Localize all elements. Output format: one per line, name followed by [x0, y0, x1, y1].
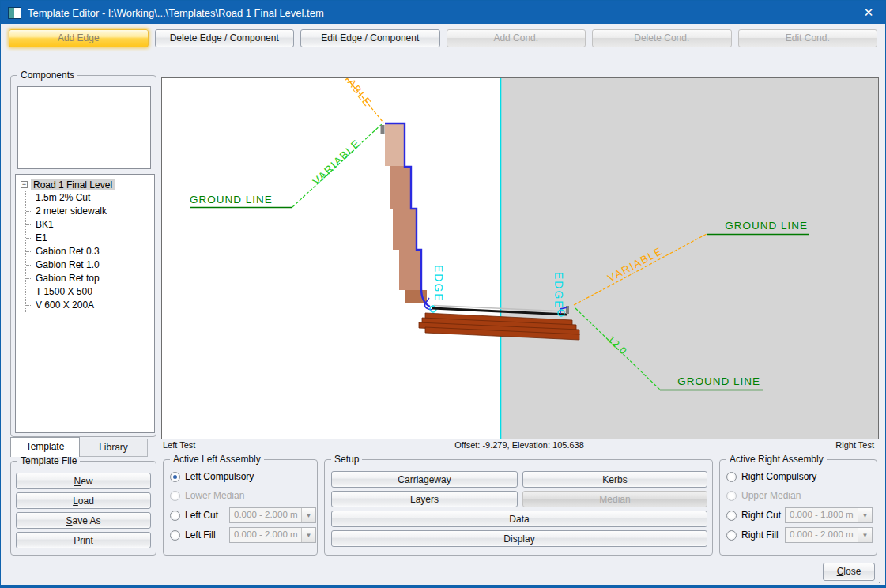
tree-item[interactable]: V 600 X 200A — [26, 299, 154, 312]
print-button[interactable]: Print — [16, 532, 151, 548]
window-close-icon[interactable]: ✕ — [852, 1, 885, 24]
left-cut-range-combo[interactable]: 0.000 - 2.000 m ▼ — [229, 507, 316, 523]
right-cut-range-value: 0.000 - 1.800 m — [786, 508, 858, 522]
left-cut-label[interactable]: Left Cut — [185, 510, 218, 521]
data-button[interactable]: Data — [331, 511, 707, 527]
dropdown-arrow-icon[interactable]: ▼ — [858, 528, 872, 542]
left-fill-range-combo[interactable]: 0.000 - 2.000 m ▼ — [229, 527, 316, 543]
active-right-assembly-label: Active Right Assembly — [726, 454, 827, 465]
setup-group-label: Setup — [331, 454, 362, 465]
left-compulsory-label[interactable]: Left Compulsory — [185, 471, 254, 482]
right-cut-range-combo[interactable]: 0.000 - 1.800 m ▼ — [785, 507, 873, 523]
left-cut-range-value: 0.000 - 2.000 m — [230, 508, 301, 522]
tab-library[interactable]: Library — [80, 439, 148, 457]
tree-item[interactable]: T 1500 X 500 — [26, 285, 154, 299]
components-group-label: Components — [17, 70, 77, 81]
node-tick — [381, 125, 385, 134]
upper-median-label: Upper Median — [741, 490, 801, 501]
tree-item[interactable]: BK1 — [26, 218, 154, 232]
right-compulsory-label[interactable]: Right Compulsory — [741, 471, 816, 482]
app-icon — [8, 7, 21, 19]
layers-button[interactable]: Layers — [331, 491, 518, 507]
resize-grip[interactable] — [879, 582, 880, 583]
edit-cond-button: Edit Cond. — [738, 29, 878, 47]
components-tree[interactable]: − Road 1 Final Level 1.5m 2% Cut 2 meter… — [15, 174, 155, 433]
title-bar: Template Editor - I:\Working\...\Templat… — [1, 1, 885, 24]
right-cut-label[interactable]: Right Cut — [741, 510, 781, 521]
cross-section-drawing: GROUND LINE VARIABLE VARIABLE EDGE — [162, 78, 878, 439]
tree-item[interactable]: Gabion Ret top — [26, 272, 154, 285]
median-button: Median — [522, 491, 707, 507]
tree-root-row[interactable]: − Road 1 Final Level — [19, 178, 154, 191]
template-drawing-canvas[interactable]: GROUND LINE VARIABLE VARIABLE EDGE — [161, 77, 879, 439]
dropdown-arrow-icon[interactable]: ▼ — [301, 528, 315, 542]
tab-template[interactable]: Template — [10, 437, 80, 457]
lower-median-label: Lower Median — [185, 490, 244, 501]
right-fill-range-combo[interactable]: 0.000 - 2.000 m ▼ — [785, 527, 873, 543]
gabion-block — [385, 124, 405, 166]
right-fill-radio[interactable] — [726, 530, 737, 541]
delete-cond-button: Delete Cond. — [592, 29, 732, 47]
right-cut-radio[interactable] — [726, 511, 737, 521]
tree-expander-icon[interactable]: − — [21, 181, 28, 188]
left-compulsory-radio[interactable] — [170, 472, 180, 482]
right-fill-label[interactable]: Right Fill — [741, 530, 779, 541]
add-edge-button[interactable]: Add Edge — [9, 29, 149, 47]
left-fill-label[interactable]: Left Fill — [185, 530, 216, 541]
ground-line-label-right-upper: GROUND LINE — [725, 220, 808, 232]
tree-item[interactable]: Gabion Ret 1.0 — [26, 258, 154, 272]
right-compulsory-radio[interactable] — [726, 472, 737, 482]
left-fill-range-value: 0.000 - 2.000 m — [230, 528, 301, 542]
variable-label-left: VARIABLE — [311, 137, 363, 187]
template-file-group-label: Template File — [17, 455, 80, 466]
lower-median-radio — [170, 491, 180, 501]
tree-item[interactable]: E1 — [26, 232, 154, 245]
components-listbox[interactable] — [17, 86, 151, 169]
new-button[interactable]: New — [16, 473, 151, 489]
ground-line-label-right-lower: GROUND LINE — [677, 375, 760, 387]
window-title: Template Editor - I:\Working\...\Templat… — [28, 7, 852, 19]
active-left-assembly-group: Active Left Assembly Left Compulsory Low… — [163, 459, 318, 556]
add-cond-button: Add Cond. — [447, 29, 586, 47]
kerbs-button[interactable]: Kerbs — [522, 471, 707, 488]
dropdown-arrow-icon[interactable]: ▼ — [858, 508, 872, 522]
close-button[interactable]: Close — [823, 563, 875, 581]
template-editor-window: Template Editor - I:\Working\...\Templat… — [0, 0, 886, 588]
carriageway-button[interactable]: Carriageway — [331, 471, 518, 488]
tree-item[interactable]: 2 meter sidewalk — [26, 205, 154, 218]
tree-children: 1.5m 2% Cut 2 meter sidewalk BK1 E1 Gabi… — [25, 191, 154, 312]
left-cut-radio[interactable] — [170, 511, 180, 521]
display-button[interactable]: Display — [331, 530, 707, 547]
template-file-group: Template File New Load Save As Print — [10, 461, 156, 556]
right-fill-range-value: 0.000 - 2.000 m — [786, 528, 858, 542]
toolbar: Add Edge Delete Edge / Component Edit Ed… — [1, 29, 885, 49]
gabion-block — [390, 166, 411, 209]
tree-item[interactable]: Gabion Ret 0.3 — [26, 245, 154, 258]
components-group: Components − Road 1 Final Level 1.5m 2% … — [10, 75, 156, 437]
upper-median-radio — [726, 491, 737, 501]
active-left-assembly-label: Active Left Assembly — [170, 454, 264, 465]
variable-label-top: VARIABLE — [328, 78, 375, 109]
gabion-block — [393, 209, 417, 250]
edit-edge-component-button[interactable]: Edit Edge / Component — [300, 29, 440, 47]
edge-label-right: EDGE — [552, 272, 565, 310]
tree-item[interactable]: 1.5m 2% Cut — [26, 191, 154, 205]
left-fill-radio[interactable] — [170, 530, 180, 541]
save-as-button[interactable]: Save As — [16, 512, 151, 529]
gabion-block — [399, 250, 421, 290]
status-offset-elevation: Offset: -9.279, Elevation: 105.638 — [161, 440, 877, 450]
load-button[interactable]: Load — [16, 492, 151, 509]
ground-line-label-left: GROUND LINE — [190, 194, 273, 205]
setup-group: Setup Carriageway Kerbs Layers Median Da… — [324, 459, 713, 556]
status-right-test: Right Test — [835, 440, 874, 450]
active-right-assembly-group: Active Right Assembly Right Compulsory U… — [719, 459, 877, 556]
dropdown-arrow-icon[interactable]: ▼ — [301, 508, 315, 522]
edge-label-left: EDGE — [432, 265, 445, 303]
delete-edge-component-button[interactable]: Delete Edge / Component — [155, 29, 295, 47]
tree-root-label[interactable]: Road 1 Final Level — [31, 179, 115, 190]
